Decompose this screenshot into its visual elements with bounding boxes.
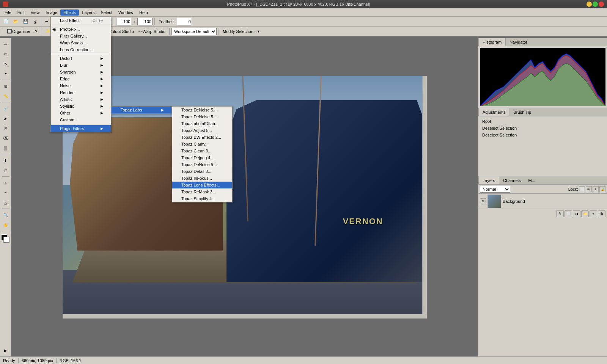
- lock-pixels-button[interactable]: ✏: [586, 186, 592, 192]
- layer-item-background[interactable]: 👁 Background: [478, 194, 607, 209]
- organizer-button[interactable]: 🔲 Organizer: [5, 27, 32, 36]
- eraser-tool[interactable]: ⌫: [1, 133, 10, 143]
- effects-other[interactable]: Other: [51, 110, 111, 116]
- close-button[interactable]: [599, 2, 604, 7]
- effects-render[interactable]: Render: [51, 89, 111, 96]
- add-group-button[interactable]: 📁: [581, 210, 589, 217]
- adj-deselect-1[interactable]: Deselect Selection: [480, 125, 605, 132]
- select-magic-tool[interactable]: ✦: [1, 69, 10, 78]
- effects-lens-correction[interactable]: Lens Correction...: [51, 46, 111, 53]
- effects-warp-studio[interactable]: Warp Studio...: [51, 39, 111, 46]
- eyedropper-tool[interactable]: 💉: [1, 104, 10, 113]
- smudge-tool[interactable]: ~: [1, 188, 10, 197]
- menu-window[interactable]: Window: [115, 9, 136, 16]
- adj-deselect-2[interactable]: Deselect Selection: [480, 132, 605, 138]
- effects-plugin-filters[interactable]: Plugin Filters: [51, 125, 111, 132]
- blend-mode-select[interactable]: Normal Multiply Screen: [480, 186, 510, 193]
- warp-studio-button[interactable]: 〰 Warp Studio: [137, 27, 167, 36]
- topaz-item-5[interactable]: Topaz Clarity...: [172, 141, 232, 147]
- tab-adjustments[interactable]: Adjustments: [478, 108, 510, 116]
- expand-tools-button[interactable]: ▶: [1, 346, 10, 355]
- topaz-item-11[interactable]: Topaz Lens Effects...: [172, 182, 232, 188]
- clone-tool[interactable]: ⎘: [1, 124, 10, 133]
- add-layer-style-button[interactable]: fx: [556, 210, 564, 217]
- menu-select[interactable]: Select: [97, 9, 115, 16]
- add-mask-button[interactable]: ⬜: [565, 210, 572, 217]
- topaz-item-8[interactable]: Topaz DeNoise 5...: [172, 161, 232, 168]
- print-button[interactable]: 🖨: [31, 17, 39, 26]
- adj-root[interactable]: Root: [480, 118, 605, 125]
- tab-masks[interactable]: M...: [525, 176, 539, 184]
- menu-view[interactable]: View: [28, 9, 43, 16]
- select-rect-tool[interactable]: ▭: [1, 49, 10, 58]
- lock-transparent-button[interactable]: ⬜: [579, 186, 585, 192]
- effects-last-effect[interactable]: Last Effect Ctrl+E: [51, 17, 111, 24]
- add-adjustment-button[interactable]: ◑: [573, 210, 580, 217]
- opacity1-input[interactable]: [116, 18, 131, 25]
- topaz-labs-item[interactable]: Topaz Labs: [112, 107, 171, 113]
- tab-channels[interactable]: Channels: [499, 176, 524, 184]
- tab-brush-tip[interactable]: Brush Tip: [510, 108, 535, 116]
- effects-stylistic[interactable]: Stylistic: [51, 103, 111, 110]
- topaz-item-0[interactable]: Topaz DeNoise 5...: [172, 107, 232, 113]
- move-tool[interactable]: ↔: [1, 39, 10, 49]
- tab-layers[interactable]: Layers: [478, 176, 499, 184]
- menu-layers[interactable]: Layers: [79, 9, 97, 16]
- tab-histogram[interactable]: Histogram: [478, 38, 506, 46]
- layer-visibility-toggle[interactable]: 👁: [480, 198, 486, 204]
- sharpen-tool[interactable]: △: [1, 198, 10, 207]
- help-btn[interactable]: ?: [33, 27, 39, 36]
- lock-position-button[interactable]: +: [593, 186, 599, 192]
- maximize-button[interactable]: [593, 2, 598, 7]
- effects-photofix[interactable]: ◉ PhotoFix...: [51, 26, 111, 33]
- horizontal-scrollbar[interactable]: [63, 314, 427, 318]
- effects-sharpen[interactable]: Sharpen: [51, 69, 111, 75]
- text-tool[interactable]: T: [1, 156, 10, 165]
- effects-blur[interactable]: Blur: [51, 62, 111, 69]
- opacity2-input[interactable]: [137, 18, 153, 25]
- topaz-item-2[interactable]: Topaz photoFXlab...: [172, 120, 232, 127]
- topaz-item-6[interactable]: Topaz Clean 3...: [172, 147, 232, 154]
- effects-noise[interactable]: Noise: [51, 82, 111, 89]
- menu-file[interactable]: File: [2, 9, 14, 16]
- feather-button[interactable]: Feather:: [157, 17, 176, 26]
- effects-filter-gallery[interactable]: Filter Gallery...: [51, 33, 111, 39]
- topaz-item-10[interactable]: Topaz InFocus...: [172, 175, 232, 182]
- effects-artistic[interactable]: Artistic: [51, 96, 111, 103]
- shape-tool[interactable]: ◻: [1, 166, 10, 175]
- pan-tool[interactable]: ✋: [1, 220, 10, 229]
- menu-edit[interactable]: Edit: [14, 9, 28, 16]
- open-button[interactable]: 📂: [11, 17, 20, 26]
- menu-image[interactable]: Image: [42, 9, 60, 16]
- topaz-item-7[interactable]: Topaz Dejpeg 4...: [172, 154, 232, 161]
- crop-tool[interactable]: ⊞: [1, 82, 10, 91]
- save-button[interactable]: 💾: [21, 17, 30, 26]
- topaz-item-1[interactable]: Topaz DeNoise 5...: [172, 113, 232, 120]
- topaz-item-3[interactable]: Topaz Adjust 5...: [172, 127, 232, 134]
- topaz-item-12[interactable]: Topaz ReMask 3...: [172, 188, 232, 195]
- effects-custom[interactable]: Custom...: [51, 116, 111, 123]
- minimize-button[interactable]: [587, 2, 592, 7]
- effects-edge[interactable]: Edge: [51, 75, 111, 82]
- menu-help[interactable]: Help: [136, 9, 151, 16]
- select-lasso-tool[interactable]: ∿: [1, 59, 10, 68]
- modify-selection-button[interactable]: Modify Selection... ▼: [221, 27, 262, 36]
- topaz-item-13[interactable]: Topaz Simplify 4...: [172, 195, 232, 202]
- effects-distort[interactable]: Distort: [51, 55, 111, 62]
- zoom-tool[interactable]: 🔍: [1, 210, 10, 220]
- tab-navigator[interactable]: Navigator: [506, 38, 531, 46]
- menu-effects[interactable]: Effects: [60, 9, 79, 16]
- delete-layer-button[interactable]: 🗑: [598, 210, 605, 217]
- background-color[interactable]: [3, 237, 9, 243]
- brush-tool[interactable]: 🖌: [1, 114, 10, 123]
- feather-input[interactable]: [177, 18, 192, 25]
- workspace-select[interactable]: Workspace Default: [171, 28, 217, 35]
- new-button[interactable]: 📄: [2, 17, 11, 26]
- add-layer-button[interactable]: +: [590, 210, 597, 217]
- vertical-scrollbar[interactable]: [422, 76, 427, 314]
- lock-all-button[interactable]: 🔒: [599, 186, 605, 192]
- topaz-item-9[interactable]: Topaz Detail 3...: [172, 168, 232, 175]
- topaz-item-4[interactable]: Topaz BW Effects 2...: [172, 134, 232, 141]
- measure-tool[interactable]: 📏: [1, 91, 10, 100]
- undo-button[interactable]: ↩: [43, 17, 50, 26]
